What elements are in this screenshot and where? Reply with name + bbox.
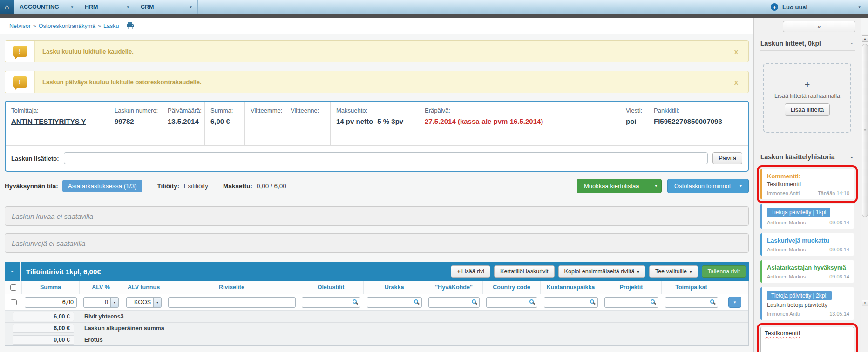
invoice-field-label: Viesti: <box>626 107 642 114</box>
posted-value: Esitiliöity <box>183 183 208 190</box>
status-row: Hyväksynnän tila: Asiatarkastuksessa (1/… <box>5 178 749 193</box>
home-icon[interactable]: ⌂ <box>0 0 14 14</box>
edit-circulation-button[interactable]: Muokkaa kiertolistaa ▾ <box>577 179 662 193</box>
invoice-field: Päivämäärä:13.5.2014 <box>162 102 205 145</box>
breadcrumb: Netvisor»Ostoreskontranäkymä»Lasku <box>9 22 119 29</box>
scroll-down-arrow[interactable]: ▼ <box>862 300 868 306</box>
invoice-field: Viitteemme: <box>245 102 285 145</box>
history-entry-meta: Anttonen Markus09.06.14 <box>767 220 849 225</box>
top-nav: ⌂ ACCOUNTING▾HRM▾CRM▾ + Luo uusi ▾ <box>0 0 868 14</box>
breadcrumb-link[interactable]: Netvisor <box>9 23 31 29</box>
approval-status-badge: Asiatarkastuksessa (1/3) <box>62 180 142 192</box>
vat-percent-select[interactable]: 0▾ <box>83 297 119 308</box>
invoice-field-label: Toimittaja: <box>11 107 103 114</box>
invoice-field-label: Maksuehto: <box>336 107 413 114</box>
select-all-header-cell <box>5 281 22 294</box>
search-icon <box>414 299 418 304</box>
update-button[interactable]: Päivitä <box>712 152 742 164</box>
print-icon[interactable] <box>126 22 134 29</box>
invoice-field-label: Pankkitili: <box>654 107 742 114</box>
one-time-posting-button[interactable]: Kertatiliöi laskurivit <box>494 265 555 278</box>
search-field-4 <box>486 297 537 308</box>
history-section-header: Laskun käsittelyhistoria - <box>760 153 855 164</box>
chevron-down-icon: ▾ <box>690 270 692 274</box>
history-entry-date: 13.05.14 <box>829 311 849 317</box>
summary-row: 6,00 €Rivit yhteensä <box>5 311 748 322</box>
comment-textarea[interactable]: Testikomentti <box>760 327 854 352</box>
row-cell: ▾ <box>721 297 748 308</box>
invoice-field-label: Viitteenne: <box>291 107 325 114</box>
history-entry-meta: Immonen Antti13.05.14 <box>767 311 849 317</box>
additional-info-input[interactable] <box>64 152 708 164</box>
attachments-section-header: Laskun liitteet, 0kpl - <box>760 40 855 51</box>
nav-menu-hrm[interactable]: HRM▾ <box>79 0 135 14</box>
history-entry-user: Immonen Antti <box>767 190 800 196</box>
history-title: Laskun käsittelyhistoria <box>760 153 835 161</box>
history-entry[interactable]: Asiatarkastajan hyväksymäAnttonen Markus… <box>760 260 854 283</box>
close-icon[interactable]: x <box>724 71 748 93</box>
summary-amount: 6,00 € <box>13 324 74 333</box>
copy-first-row-button[interactable]: Kopioi ensimmäiseltä riviltä▾ <box>558 265 645 278</box>
grid-header-bar: Tiliöintirivit 1kpl, 6,00€ +Lisää rivi K… <box>21 262 749 281</box>
invoice-field-value: 6,00 € <box>210 117 239 125</box>
grid-collapse-button[interactable]: - <box>5 262 20 281</box>
save-rows-button[interactable]: Tallenna rivit <box>702 265 746 278</box>
sidebar-collapse-button[interactable]: » <box>783 21 855 32</box>
select-all-checkbox[interactable] <box>10 284 16 291</box>
search-field-6 <box>604 297 658 308</box>
chevron-down-icon[interactable]: ▾ <box>646 179 662 193</box>
search-field-1 <box>302 297 360 308</box>
nav-menu-crm[interactable]: CRM▾ <box>135 0 198 14</box>
for-selected-button[interactable]: Tee valituille▾ <box>649 265 698 278</box>
invoice-field-value: 13.5.2014 <box>168 117 199 125</box>
invoice-field-value: FI5952270850007093 <box>654 117 742 125</box>
collapse-minus-icon[interactable]: - <box>849 40 854 47</box>
row-cell <box>22 297 80 308</box>
paid-value: 0,00 / 6,00 <box>257 183 286 190</box>
add-row-button[interactable]: +Lisää rivi <box>451 265 490 278</box>
row-description-input[interactable] <box>168 297 296 308</box>
breadcrumb-link[interactable]: Ostoreskontranäkymä <box>39 23 95 29</box>
invoice-field: Toimittaja:ANTIN TESTIYRITYS Y <box>6 102 109 145</box>
history-entry[interactable]: Kommentti:TestikomenttiImmonen AnttiTänä… <box>760 169 854 199</box>
invoice-field-value[interactable]: ANTIN TESTIYRITYS Y <box>11 117 103 125</box>
search-icon <box>353 299 357 304</box>
column-header: Riviselite <box>165 281 298 294</box>
row-cell <box>5 299 22 305</box>
history-entry[interactable]: Laskurivejä muokattuAnttonen Markus09.06… <box>760 233 854 256</box>
chevron-down-icon: ▾ <box>637 270 639 274</box>
row-checkbox[interactable] <box>11 299 17 305</box>
row-cell <box>425 297 483 308</box>
history-entry-date: Tänään 14:10 <box>818 190 849 196</box>
history-entry-date: 09.06.14 <box>829 274 849 279</box>
vat-code-select[interactable]: KOOS▾ <box>126 297 162 308</box>
row-cell <box>601 297 662 308</box>
add-attachments-button[interactable]: Lisää liitteitä <box>785 103 830 116</box>
collapse-minus-icon[interactable]: - <box>849 154 854 161</box>
summary-label: Rivit yhteensä <box>79 313 124 320</box>
invoice-actions-label: Ostolaskun toiminnot <box>674 183 731 190</box>
column-header: Summa <box>22 281 80 294</box>
nav-spacer <box>198 0 763 14</box>
row-cell <box>483 297 541 308</box>
scroll-up-arrow[interactable]: ▲ <box>862 35 868 42</box>
attachments-title: Laskun liitteet, 0kpl <box>760 40 821 47</box>
invoice-field: Eräpäivä:27.5.2014 (kassa-ale pvm 16.5.2… <box>419 102 620 145</box>
search-input[interactable] <box>302 297 360 308</box>
paid-label: Maksettu: <box>223 183 252 190</box>
nav-menu-label: HRM <box>85 4 98 10</box>
breadcrumb-link[interactable]: Lasku <box>103 23 119 29</box>
scrollbar-thumb[interactable]: ≡ <box>862 44 868 217</box>
attachment-dropzone[interactable]: + Lisää liitteitä raahaamalla Lisää liit… <box>763 63 851 133</box>
sidebar: » Laskun liitteet, 0kpl - + Lisää liitte… <box>753 18 861 352</box>
create-new-button[interactable]: + Luo uusi ▾ <box>763 0 868 14</box>
chevron-down-icon: ▾ <box>153 298 161 307</box>
amount-input[interactable] <box>25 297 77 308</box>
invoice-actions-button[interactable]: Ostolaskun toiminnot ▾ <box>667 179 749 193</box>
history-entry[interactable]: Tietoja päivitetty | 2kpl:Laskun tietoja… <box>760 287 854 320</box>
close-icon[interactable]: x <box>724 41 748 62</box>
row-options-button[interactable]: ▾ <box>728 297 741 308</box>
history-entry[interactable]: Tietoja päivitetty | 1kplAnttonen Markus… <box>760 204 854 229</box>
row-cell <box>165 297 298 308</box>
nav-menu-accounting[interactable]: ACCOUNTING▾ <box>14 0 79 14</box>
